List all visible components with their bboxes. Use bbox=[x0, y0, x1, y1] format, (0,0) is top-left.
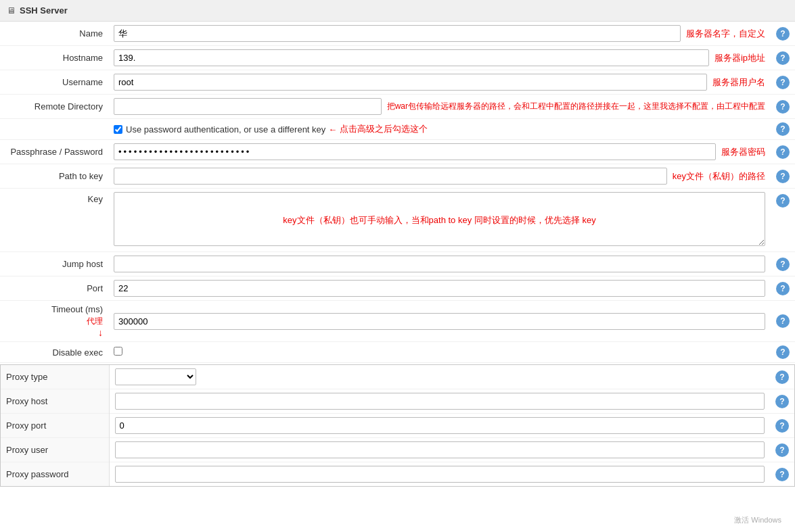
proxy-type-row: Proxy type SOCKS5 HTTP ? bbox=[1, 365, 794, 389]
disable-exec-checkbox[interactable] bbox=[114, 347, 122, 356]
passphrase-input-cell: 服务器密码 bbox=[108, 140, 771, 164]
remote-directory-help-button[interactable]: ? bbox=[776, 100, 790, 114]
hostname-annotation: 服务器ip地址 bbox=[714, 52, 765, 64]
path-to-key-row: Path to key key文件（私钥）的路径 ? bbox=[0, 164, 795, 189]
key-label: Key bbox=[0, 189, 108, 252]
proxy-password-label: Proxy password bbox=[1, 462, 109, 487]
key-help-button[interactable]: ? bbox=[776, 194, 790, 208]
port-input[interactable] bbox=[114, 280, 765, 297]
timeout-help-button[interactable]: ? bbox=[776, 314, 790, 328]
port-row: Port ? bbox=[0, 276, 795, 301]
proxy-type-input-cell: SOCKS5 HTTP bbox=[109, 365, 770, 389]
timeout-row: Timeout (ms) 代理 ↓ ? bbox=[0, 301, 795, 342]
username-label: Username bbox=[0, 70, 108, 95]
ssh-server-form: 🖥 SSH Server Name 服务器名字，自定义 ? Hostname bbox=[0, 0, 795, 532]
proxy-user-input-cell bbox=[109, 438, 770, 462]
proxy-host-help-button[interactable]: ? bbox=[775, 395, 789, 408]
proxy-port-label: Proxy port bbox=[1, 414, 109, 438]
disable-exec-row: Disable exec ? bbox=[0, 342, 795, 363]
use-password-checkbox[interactable] bbox=[114, 125, 122, 134]
jump-host-input[interactable] bbox=[114, 256, 765, 272]
proxy-user-help-button[interactable]: ? bbox=[775, 443, 789, 457]
path-to-key-label: Path to key bbox=[0, 164, 108, 189]
path-to-key-input[interactable] bbox=[114, 168, 667, 185]
remote-directory-input[interactable] bbox=[114, 98, 382, 115]
username-row: Username 服务器用户名 ? bbox=[0, 70, 795, 95]
proxy-password-input[interactable] bbox=[115, 466, 765, 483]
form-header: 🖥 SSH Server bbox=[0, 0, 795, 22]
use-password-help-button[interactable]: ? bbox=[776, 122, 790, 136]
proxy-section: Proxy type SOCKS5 HTTP ? Proxy host bbox=[0, 364, 795, 487]
main-form-table: Name 服务器名字，自定义 ? Hostname 服务器ip地址 ? bbox=[0, 22, 795, 363]
proxy-type-help-button[interactable]: ? bbox=[775, 370, 789, 384]
timeout-input-cell bbox=[108, 301, 771, 342]
remote-directory-row: Remote Directory 把war包传输给远程服务器的路径，会和工程中配… bbox=[0, 95, 795, 119]
proxy-password-help-button[interactable]: ? bbox=[775, 468, 789, 481]
username-annotation: 服务器用户名 bbox=[712, 76, 765, 89]
proxy-password-row: Proxy password ? bbox=[1, 462, 794, 487]
port-input-cell bbox=[108, 276, 771, 301]
key-input-cell: key文件（私钥）也可手动输入，当和path to key 同时设置的时候，优先… bbox=[108, 189, 771, 252]
proxy-port-input-cell bbox=[109, 414, 770, 438]
timeout-proxy-annotation: 代理 bbox=[87, 316, 103, 327]
use-password-label: Use password authentication, or use a di… bbox=[126, 124, 325, 135]
hostname-input[interactable] bbox=[114, 49, 709, 66]
timeout-arrow: ↓ bbox=[98, 327, 103, 338]
username-help-button[interactable]: ? bbox=[776, 76, 790, 89]
key-row: Key key文件（私钥）也可手动输入，当和path to key 同时设置的时… bbox=[0, 189, 795, 252]
jump-host-input-cell bbox=[108, 252, 771, 276]
remote-directory-label: Remote Directory bbox=[0, 95, 108, 119]
passphrase-annotation: 服务器密码 bbox=[721, 146, 765, 158]
hostname-input-cell: 服务器ip地址 bbox=[108, 46, 771, 70]
proxy-type-label: Proxy type bbox=[1, 365, 109, 389]
proxy-port-row: Proxy port ? bbox=[1, 414, 794, 438]
username-input[interactable] bbox=[114, 74, 707, 91]
proxy-host-row: Proxy host ? bbox=[1, 389, 794, 414]
disable-exec-help-button[interactable]: ? bbox=[776, 345, 790, 359]
path-to-key-help-button[interactable]: ? bbox=[776, 170, 790, 183]
jump-host-row: Jump host ? bbox=[0, 252, 795, 276]
path-to-key-input-cell: key文件（私钥）的路径 bbox=[108, 164, 771, 189]
jump-host-help-button[interactable]: ? bbox=[776, 258, 790, 271]
name-row: Name 服务器名字，自定义 ? bbox=[0, 22, 795, 46]
proxy-user-row: Proxy user ? bbox=[1, 438, 794, 462]
use-password-input-cell: Use password authentication, or use a di… bbox=[108, 119, 771, 140]
hostname-label: Hostname bbox=[0, 46, 108, 70]
path-to-key-annotation: key文件（私钥）的路径 bbox=[673, 170, 765, 183]
passphrase-row: Passphrase / Password 服务器密码 ? bbox=[0, 140, 795, 164]
watermark: 激活 Windows bbox=[734, 515, 781, 525]
key-textarea[interactable] bbox=[114, 192, 765, 246]
remote-directory-annotation: 把war包传输给远程服务器的路径，会和工程中配置的路径拼接在一起，这里我选择不配… bbox=[387, 101, 765, 112]
name-input-cell: 服务器名字，自定义 bbox=[108, 22, 771, 46]
passphrase-label: Passphrase / Password bbox=[0, 140, 108, 164]
port-help-button[interactable]: ? bbox=[776, 282, 790, 295]
use-password-row: Use password authentication, or use a di… bbox=[0, 119, 795, 140]
timeout-label: Timeout (ms) 代理 ↓ bbox=[0, 301, 108, 342]
form-title: SSH Server bbox=[20, 5, 68, 16]
name-annotation: 服务器名字，自定义 bbox=[686, 28, 765, 40]
proxy-user-input[interactable] bbox=[115, 441, 765, 458]
disable-exec-input-cell bbox=[108, 342, 771, 363]
use-password-annotation: 点击高级之后勾选这个 bbox=[340, 123, 428, 135]
proxy-host-input[interactable] bbox=[115, 393, 765, 410]
proxy-user-label: Proxy user bbox=[1, 438, 109, 462]
hostname-row: Hostname 服务器ip地址 ? bbox=[0, 46, 795, 70]
hostname-help-button[interactable]: ? bbox=[776, 51, 790, 65]
passphrase-input[interactable] bbox=[114, 143, 716, 160]
proxy-type-select[interactable]: SOCKS5 HTTP bbox=[115, 368, 196, 385]
name-help-button[interactable]: ? bbox=[776, 27, 790, 41]
proxy-host-input-cell bbox=[109, 389, 770, 414]
proxy-port-help-button[interactable]: ? bbox=[775, 419, 789, 433]
remote-directory-input-cell: 把war包传输给远程服务器的路径，会和工程中配置的路径拼接在一起，这里我选择不配… bbox=[108, 95, 771, 119]
use-password-arrow: ← bbox=[328, 124, 337, 135]
name-label: Name bbox=[0, 22, 108, 46]
proxy-host-label: Proxy host bbox=[1, 389, 109, 414]
name-help: ? bbox=[771, 22, 795, 46]
port-label: Port bbox=[0, 276, 108, 301]
name-input[interactable] bbox=[114, 25, 681, 42]
username-input-cell: 服务器用户名 bbox=[108, 70, 771, 95]
timeout-input[interactable] bbox=[114, 313, 765, 330]
proxy-table: Proxy type SOCKS5 HTTP ? Proxy host bbox=[1, 365, 794, 486]
proxy-port-input[interactable] bbox=[115, 417, 765, 434]
passphrase-help-button[interactable]: ? bbox=[776, 145, 790, 159]
